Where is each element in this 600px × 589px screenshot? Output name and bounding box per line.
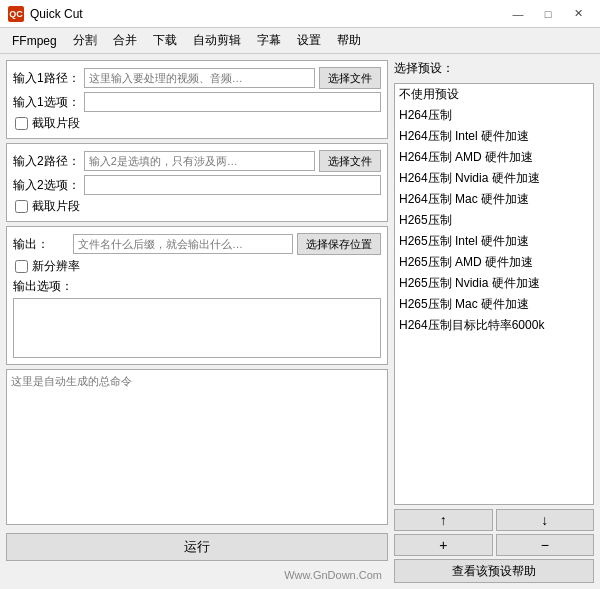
menu-item-字幕[interactable]: 字幕 [249,29,289,52]
input2-path-label: 输入2路径： [13,153,80,170]
preset-controls: ↑ ↓ + − 查看该预设帮助 [394,509,594,583]
input1-clip-checkbox[interactable] [15,117,28,130]
output-options-field[interactable] [13,298,381,358]
output-path-row: 输出： 选择保存位置 [13,233,381,255]
preset-label: 选择预设： [394,60,594,77]
input2-clip-label: 截取片段 [32,198,80,215]
preset-add-remove-row: + − [394,534,594,556]
output-options-row: 输出选项： [13,278,381,295]
input1-path-label: 输入1路径： [13,70,80,87]
menu-item-FFmpeg[interactable]: FFmpeg [4,31,65,51]
input2-clip-row: 截取片段 [15,198,381,215]
list-item[interactable]: H265压制 Intel 硬件加速 [395,231,593,252]
list-item[interactable]: H265压制 Mac 硬件加速 [395,294,593,315]
preset-remove-button[interactable]: − [496,534,595,556]
input1-clip-row: 截取片段 [15,115,381,132]
menu-item-下载[interactable]: 下载 [145,29,185,52]
input1-section: 输入1路径： 选择文件 输入1选项： 截取片段 [6,60,388,139]
input1-options-field[interactable] [84,92,381,112]
menu-item-合并[interactable]: 合并 [105,29,145,52]
input2-options-label: 输入2选项： [13,177,80,194]
menu-item-分割[interactable]: 分割 [65,29,105,52]
run-button[interactable]: 运行 [6,533,388,561]
title-bar: QC Quick Cut — □ ✕ [0,0,600,28]
main-content: 输入1路径： 选择文件 输入1选项： 截取片段 输入2路径： 选择文件 输入2选… [0,54,600,589]
output-options-label: 输出选项： [13,278,73,295]
menu-bar: FFmpeg分割合并下载自动剪辑字幕设置帮助 [0,28,600,54]
app-icon: QC [8,6,24,22]
preset-up-button[interactable]: ↑ [394,509,493,531]
app-title: Quick Cut [30,7,83,21]
input1-path-field[interactable] [84,68,315,88]
output-section: 输出： 选择保存位置 新分辨率 输出选项： [6,226,388,365]
list-item[interactable]: H264压制 Intel 硬件加速 [395,126,593,147]
input2-select-button[interactable]: 选择文件 [319,150,381,172]
input1-path-row: 输入1路径： 选择文件 [13,67,381,89]
menu-item-设置[interactable]: 设置 [289,29,329,52]
menu-item-帮助[interactable]: 帮助 [329,29,369,52]
input1-clip-label: 截取片段 [32,115,80,132]
list-item[interactable]: H264压制 AMD 硬件加速 [395,147,593,168]
input2-options-row: 输入2选项： [13,175,381,195]
input2-options-field[interactable] [84,175,381,195]
preset-nav-row: ↑ ↓ [394,509,594,531]
list-item[interactable]: H264压制 Nvidia 硬件加速 [395,168,593,189]
right-panel: 选择预设： 不使用预设H264压制H264压制 Intel 硬件加速H264压制… [394,60,594,583]
menu-item-自动剪辑[interactable]: 自动剪辑 [185,29,249,52]
input1-select-button[interactable]: 选择文件 [319,67,381,89]
output-path-field[interactable] [73,234,293,254]
preset-listbox[interactable]: 不使用预设H264压制H264压制 Intel 硬件加速H264压制 AMD 硬… [394,83,594,505]
output-path-label: 输出： [13,236,69,253]
input1-options-label: 输入1选项： [13,94,80,111]
output-select-button[interactable]: 选择保存位置 [297,233,381,255]
list-item[interactable]: H264压制 Mac 硬件加速 [395,189,593,210]
preset-help-button[interactable]: 查看该预设帮助 [394,559,594,583]
list-item[interactable]: H265压制 AMD 硬件加速 [395,252,593,273]
list-item[interactable]: 不使用预设 [395,84,593,105]
input1-options-row: 输入1选项： [13,92,381,112]
watermark: Www.GnDown.Com [6,567,388,583]
input2-path-row: 输入2路径： 选择文件 [13,150,381,172]
minimize-button[interactable]: — [504,4,532,24]
preset-add-button[interactable]: + [394,534,493,556]
window-controls: — □ ✕ [504,4,592,24]
command-section [6,369,388,525]
close-button[interactable]: ✕ [564,4,592,24]
left-panel: 输入1路径： 选择文件 输入1选项： 截取片段 输入2路径： 选择文件 输入2选… [6,60,388,583]
list-item[interactable]: H265压制 Nvidia 硬件加速 [395,273,593,294]
output-rate-checkbox[interactable] [15,260,28,273]
preset-down-button[interactable]: ↓ [496,509,595,531]
command-textarea[interactable] [11,374,383,520]
output-rate-label: 新分辨率 [32,258,80,275]
input2-section: 输入2路径： 选择文件 输入2选项： 截取片段 [6,143,388,222]
output-rate-row: 新分辨率 [15,258,381,275]
input2-clip-checkbox[interactable] [15,200,28,213]
list-item[interactable]: H265压制 [395,210,593,231]
maximize-button[interactable]: □ [534,4,562,24]
title-bar-left: QC Quick Cut [8,6,83,22]
list-item[interactable]: H264压制目标比特率6000k [395,315,593,336]
run-section: 运行 [6,529,388,563]
input2-path-field[interactable] [84,151,315,171]
list-item[interactable]: H264压制 [395,105,593,126]
